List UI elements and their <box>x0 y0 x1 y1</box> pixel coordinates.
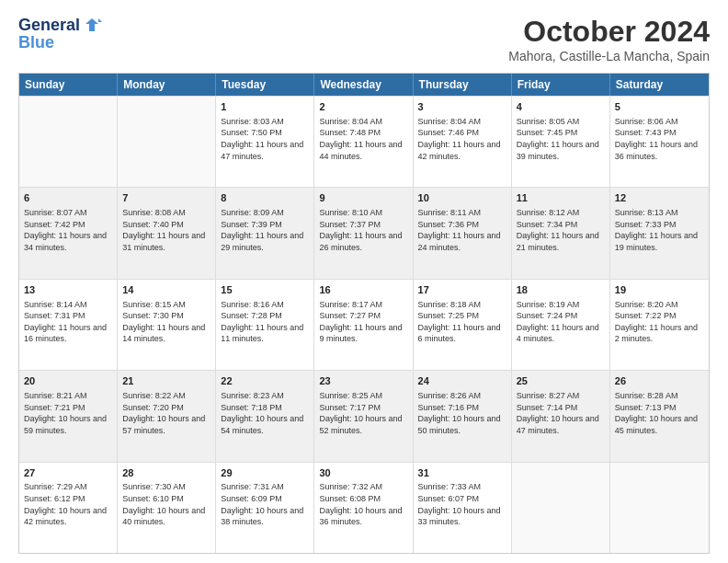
day-number: 19 <box>615 283 704 297</box>
weekday-header-thursday: Thursday <box>414 74 512 96</box>
calendar-cell: 26Sunrise: 8:28 AM Sunset: 7:13 PM Dayli… <box>610 371 709 461</box>
cell-info: Sunrise: 8:17 AM Sunset: 7:27 PM Dayligh… <box>319 299 407 345</box>
cell-info: Sunrise: 8:03 AM Sunset: 7:50 PM Dayligh… <box>221 116 309 162</box>
calendar-header: SundayMondayTuesdayWednesdayThursdayFrid… <box>19 74 709 96</box>
calendar: SundayMondayTuesdayWednesdayThursdayFrid… <box>18 73 710 554</box>
calendar-cell: 15Sunrise: 8:16 AM Sunset: 7:28 PM Dayli… <box>216 280 314 370</box>
cell-info: Sunrise: 8:28 AM Sunset: 7:13 PM Dayligh… <box>615 390 704 436</box>
calendar-cell: 27Sunrise: 7:29 AM Sunset: 6:12 PM Dayli… <box>19 463 118 553</box>
calendar-row-2: 6Sunrise: 8:07 AM Sunset: 7:42 PM Daylig… <box>19 187 709 278</box>
weekday-header-monday: Monday <box>118 74 216 96</box>
svg-marker-0 <box>85 18 98 31</box>
day-number: 7 <box>122 191 210 205</box>
calendar-cell: 5Sunrise: 8:06 AM Sunset: 7:43 PM Daylig… <box>610 97 709 187</box>
day-number: 8 <box>221 191 309 205</box>
day-number: 22 <box>221 374 309 388</box>
cell-info: Sunrise: 8:09 AM Sunset: 7:39 PM Dayligh… <box>221 207 309 253</box>
weekday-header-friday: Friday <box>512 74 610 96</box>
calendar-cell: 10Sunrise: 8:11 AM Sunset: 7:36 PM Dayli… <box>414 188 512 278</box>
calendar-cell: 21Sunrise: 8:22 AM Sunset: 7:20 PM Dayli… <box>118 371 216 461</box>
cell-info: Sunrise: 7:29 AM Sunset: 6:12 PM Dayligh… <box>24 481 112 527</box>
cell-info: Sunrise: 8:26 AM Sunset: 7:16 PM Dayligh… <box>418 390 506 436</box>
logo-bird-icon <box>82 15 102 35</box>
calendar-cell: 2Sunrise: 8:04 AM Sunset: 7:48 PM Daylig… <box>314 97 413 187</box>
cell-info: Sunrise: 8:23 AM Sunset: 7:18 PM Dayligh… <box>221 390 309 436</box>
day-number: 15 <box>221 283 309 297</box>
month-title: October 2024 <box>508 15 710 49</box>
cell-info: Sunrise: 8:14 AM Sunset: 7:31 PM Dayligh… <box>24 299 112 345</box>
day-number: 20 <box>24 374 112 388</box>
cell-info: Sunrise: 8:16 AM Sunset: 7:28 PM Dayligh… <box>221 299 309 345</box>
cell-info: Sunrise: 8:25 AM Sunset: 7:17 PM Dayligh… <box>319 390 407 436</box>
day-number: 31 <box>418 466 506 480</box>
calendar-row-3: 13Sunrise: 8:14 AM Sunset: 7:31 PM Dayli… <box>19 279 709 370</box>
day-number: 14 <box>122 283 210 297</box>
calendar-cell: 24Sunrise: 8:26 AM Sunset: 7:16 PM Dayli… <box>414 371 512 461</box>
calendar-cell <box>118 97 216 187</box>
cell-info: Sunrise: 8:04 AM Sunset: 7:46 PM Dayligh… <box>418 116 506 162</box>
day-number: 23 <box>319 374 407 388</box>
cell-info: Sunrise: 8:07 AM Sunset: 7:42 PM Dayligh… <box>24 207 112 253</box>
cell-info: Sunrise: 7:30 AM Sunset: 6:10 PM Dayligh… <box>122 481 210 527</box>
logo-blue: Blue <box>18 33 102 52</box>
day-number: 3 <box>418 100 506 114</box>
day-number: 18 <box>517 283 605 297</box>
cell-info: Sunrise: 8:06 AM Sunset: 7:43 PM Dayligh… <box>615 116 704 162</box>
day-number: 25 <box>517 374 605 388</box>
calendar-cell: 18Sunrise: 8:19 AM Sunset: 7:24 PM Dayli… <box>512 280 610 370</box>
cell-info: Sunrise: 8:21 AM Sunset: 7:21 PM Dayligh… <box>24 390 112 436</box>
cell-info: Sunrise: 7:33 AM Sunset: 6:07 PM Dayligh… <box>418 481 506 527</box>
calendar-row-5: 27Sunrise: 7:29 AM Sunset: 6:12 PM Dayli… <box>19 462 709 553</box>
svg-marker-1 <box>98 18 102 22</box>
page: General Blue October 2024 Mahora, Castil… <box>0 0 728 563</box>
calendar-cell: 9Sunrise: 8:10 AM Sunset: 7:37 PM Daylig… <box>314 188 413 278</box>
cell-info: Sunrise: 8:19 AM Sunset: 7:24 PM Dayligh… <box>517 299 605 345</box>
day-number: 6 <box>24 191 112 205</box>
calendar-cell: 7Sunrise: 8:08 AM Sunset: 7:40 PM Daylig… <box>118 188 216 278</box>
logo: General Blue <box>18 15 102 52</box>
cell-info: Sunrise: 8:13 AM Sunset: 7:33 PM Dayligh… <box>615 207 704 253</box>
calendar-cell: 20Sunrise: 8:21 AM Sunset: 7:21 PM Dayli… <box>19 371 118 461</box>
calendar-cell: 1Sunrise: 8:03 AM Sunset: 7:50 PM Daylig… <box>216 97 314 187</box>
cell-info: Sunrise: 8:15 AM Sunset: 7:30 PM Dayligh… <box>122 299 210 345</box>
day-number: 5 <box>615 100 704 114</box>
cell-info: Sunrise: 8:22 AM Sunset: 7:20 PM Dayligh… <box>122 390 210 436</box>
calendar-cell: 31Sunrise: 7:33 AM Sunset: 6:07 PM Dayli… <box>414 463 512 553</box>
cell-info: Sunrise: 8:18 AM Sunset: 7:25 PM Dayligh… <box>418 299 506 345</box>
day-number: 21 <box>122 374 210 388</box>
calendar-body: 1Sunrise: 8:03 AM Sunset: 7:50 PM Daylig… <box>19 96 709 553</box>
day-number: 17 <box>418 283 506 297</box>
weekday-header-tuesday: Tuesday <box>216 74 314 96</box>
calendar-cell: 8Sunrise: 8:09 AM Sunset: 7:39 PM Daylig… <box>216 188 314 278</box>
header: General Blue October 2024 Mahora, Castil… <box>18 15 710 63</box>
day-number: 9 <box>319 191 407 205</box>
day-number: 13 <box>24 283 112 297</box>
calendar-cell: 13Sunrise: 8:14 AM Sunset: 7:31 PM Dayli… <box>19 280 118 370</box>
cell-info: Sunrise: 8:05 AM Sunset: 7:45 PM Dayligh… <box>517 116 605 162</box>
calendar-cell: 30Sunrise: 7:32 AM Sunset: 6:08 PM Dayli… <box>314 463 413 553</box>
calendar-cell: 6Sunrise: 8:07 AM Sunset: 7:42 PM Daylig… <box>19 188 118 278</box>
calendar-cell <box>610 463 709 553</box>
calendar-cell: 25Sunrise: 8:27 AM Sunset: 7:14 PM Dayli… <box>512 371 610 461</box>
cell-info: Sunrise: 8:27 AM Sunset: 7:14 PM Dayligh… <box>517 390 605 436</box>
calendar-cell: 22Sunrise: 8:23 AM Sunset: 7:18 PM Dayli… <box>216 371 314 461</box>
cell-info: Sunrise: 8:12 AM Sunset: 7:34 PM Dayligh… <box>517 207 605 253</box>
day-number: 11 <box>517 191 605 205</box>
calendar-row-1: 1Sunrise: 8:03 AM Sunset: 7:50 PM Daylig… <box>19 96 709 187</box>
cell-info: Sunrise: 7:32 AM Sunset: 6:08 PM Dayligh… <box>319 481 407 527</box>
day-number: 29 <box>221 466 309 480</box>
day-number: 12 <box>615 191 704 205</box>
day-number: 2 <box>319 100 407 114</box>
weekday-header-sunday: Sunday <box>19 74 118 96</box>
cell-info: Sunrise: 8:10 AM Sunset: 7:37 PM Dayligh… <box>319 207 407 253</box>
day-number: 27 <box>24 466 112 480</box>
cell-info: Sunrise: 7:31 AM Sunset: 6:09 PM Dayligh… <box>221 481 309 527</box>
day-number: 28 <box>122 466 210 480</box>
cell-info: Sunrise: 8:04 AM Sunset: 7:48 PM Dayligh… <box>319 116 407 162</box>
day-number: 4 <box>517 100 605 114</box>
calendar-cell: 28Sunrise: 7:30 AM Sunset: 6:10 PM Dayli… <box>118 463 216 553</box>
title-area: October 2024 Mahora, Castille-La Mancha,… <box>508 15 710 63</box>
cell-info: Sunrise: 8:08 AM Sunset: 7:40 PM Dayligh… <box>122 207 210 253</box>
calendar-cell: 14Sunrise: 8:15 AM Sunset: 7:30 PM Dayli… <box>118 280 216 370</box>
day-number: 26 <box>615 374 704 388</box>
